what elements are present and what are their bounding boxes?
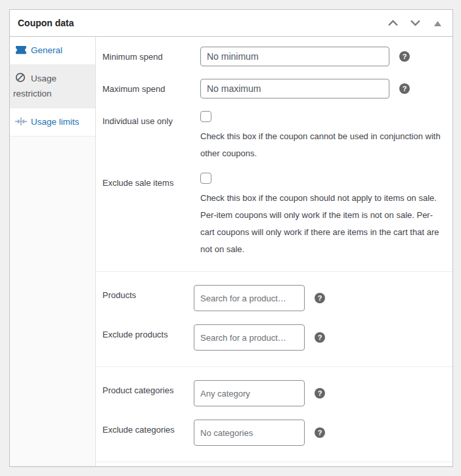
minimum-spend-input[interactable] [200, 47, 389, 66]
exclude-products-select-placeholder: Search for a product… [200, 333, 286, 343]
ticket-icon [15, 45, 27, 54]
exclude-products-row: Exclude products Search for a product… ? [96, 324, 452, 351]
coupon-tabs: General Usage restriction Usage limits [10, 37, 96, 467]
exclude-categories-select[interactable]: No categories [194, 420, 305, 446]
help-icon[interactable]: ? [315, 388, 325, 399]
metabox-body: General Usage restriction Usage limits [10, 37, 452, 467]
product-categories-select-placeholder: Any category [200, 389, 250, 399]
exclude-sale-items-description: Check this box if the coupon should not … [200, 190, 445, 258]
help-icon[interactable]: ? [315, 293, 325, 303]
exclude-categories-label: Exclude categories [102, 420, 200, 435]
individual-use-label: Individual use only [102, 111, 200, 126]
tab-general[interactable]: General [10, 37, 95, 65]
maximum-spend-input[interactable] [200, 79, 389, 98]
minimum-spend-row: Minimum spend ? [96, 47, 452, 66]
products-row: Products Search for a product… ? [96, 285, 452, 311]
spend-and-checkbox-group: Minimum spend ? Maximum spend ? Individu… [96, 37, 452, 271]
maximum-spend-label: Maximum spend [102, 79, 200, 94]
tab-usage-limits[interactable]: Usage limits [10, 108, 95, 137]
maximum-spend-row: Maximum spend ? [96, 79, 452, 98]
help-icon[interactable]: ? [315, 427, 325, 438]
products-group: Products Search for a product… ? Exclude… [96, 271, 452, 366]
product-categories-select[interactable]: Any category [194, 380, 305, 406]
limit-icon [15, 116, 27, 125]
move-down-button[interactable] [404, 13, 426, 33]
exclude-products-select[interactable]: Search for a product… [194, 324, 305, 351]
triangle-up-icon [434, 18, 441, 28]
exclude-sale-items-label: Exclude sale items [102, 173, 200, 188]
individual-use-row: Individual use only Check this box if th… [96, 111, 452, 162]
product-categories-row: Product categories Any category ? [96, 380, 452, 406]
products-label: Products [102, 285, 200, 300]
exclude-sale-items-checkbox[interactable] [200, 173, 211, 184]
move-up-button[interactable] [382, 13, 404, 33]
help-icon[interactable]: ? [315, 332, 325, 343]
products-select[interactable]: Search for a product… [194, 285, 305, 311]
exclude-products-label: Exclude products [102, 324, 200, 339]
tab-usage-restriction[interactable]: Usage restriction [10, 65, 95, 108]
tab-usage-limits-label: Usage limits [31, 117, 79, 127]
individual-use-field: Check this box if the coupon cannot be u… [200, 111, 445, 162]
exclude-categories-select-placeholder: No categories [200, 428, 253, 438]
exclude-sale-items-field: Check this box if the coupon should not … [200, 173, 445, 258]
chevron-up-icon [387, 18, 399, 28]
allowed-emails-group: Allowed emails ? [96, 462, 452, 467]
individual-use-description: Check this box if the coupon cannot be u… [200, 128, 445, 162]
help-icon[interactable]: ? [399, 83, 410, 94]
products-select-placeholder: Search for a product… [200, 293, 286, 303]
coupon-data-metabox: Coupon data [9, 9, 453, 467]
minimum-spend-label: Minimum spend [102, 47, 200, 62]
metabox-title: Coupon data [18, 18, 382, 28]
product-categories-label: Product categories [102, 380, 200, 395]
chevron-down-icon [410, 18, 421, 28]
tab-general-label: General [31, 45, 62, 55]
no-entry-icon [15, 72, 27, 81]
help-icon[interactable]: ? [399, 51, 410, 62]
exclude-sale-items-row: Exclude sale items Check this box if the… [96, 173, 452, 258]
metabox-header: Coupon data [10, 10, 452, 37]
individual-use-checkbox[interactable] [200, 111, 211, 122]
admin-page: Coupon data [0, 0, 461, 476]
toggle-panel-button[interactable] [426, 13, 449, 33]
exclude-categories-row: Exclude categories No categories ? [96, 420, 452, 446]
categories-group: Product categories Any category ? Exclud… [96, 366, 452, 462]
usage-restriction-panel: Minimum spend ? Maximum spend ? Individu… [96, 37, 452, 467]
